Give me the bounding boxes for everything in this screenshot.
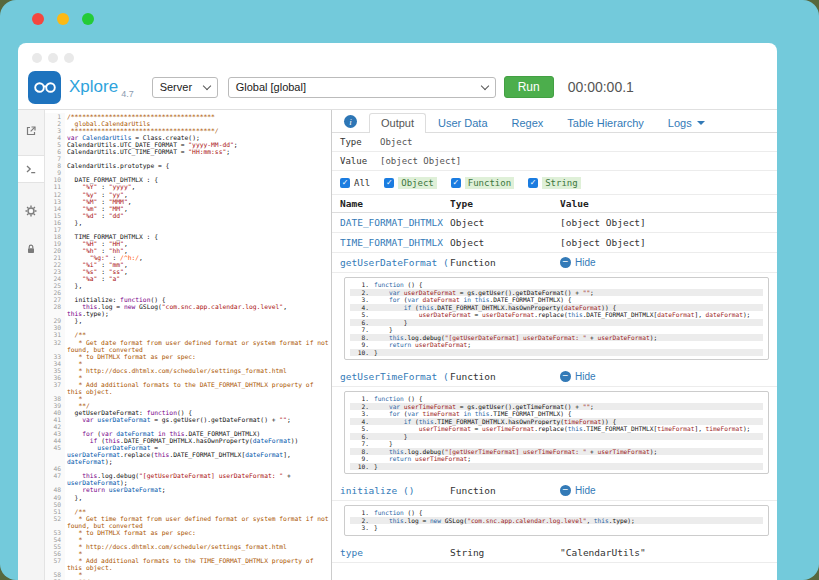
code-line-text: for (var dateFormat in this.DATE_FORMAT_…: [374, 296, 572, 304]
code-line-number: 3.: [350, 410, 374, 418]
hide-toggle[interactable]: −Hide: [560, 257, 769, 268]
editor-line: 35 * http://docs.dhtmlx.com/scheduler/se…: [45, 367, 331, 374]
row-name-link-text: getUserDateFormat (): [340, 257, 450, 268]
checkbox-checked-icon[interactable]: ✓: [528, 178, 538, 188]
row-name-link[interactable]: type: [340, 547, 450, 558]
editor-line-number: 8: [45, 162, 65, 169]
row-name-link[interactable]: initialize (): [340, 485, 450, 496]
close-traffic-light-icon[interactable]: [32, 13, 44, 25]
editor-line-code: *: [65, 360, 331, 367]
filter-all[interactable]: ✓All: [340, 178, 370, 188]
code-line: 3.}: [350, 524, 763, 532]
checkbox-checked-icon[interactable]: ✓: [340, 178, 350, 188]
editor-line: 55 * http://docs.dhtmlx.com/scheduler/se…: [45, 543, 331, 550]
tab-label: Table Hierarchy: [567, 117, 643, 129]
editor-line: 45 userDateFormat = userDateFormat.repla…: [45, 444, 331, 465]
info-icon[interactable]: i: [344, 115, 357, 128]
editor-line-code: initialize: function() {: [65, 296, 331, 303]
editor-line-number: 12: [45, 191, 65, 198]
editor-line-code: * Get date format from user defined form…: [65, 339, 331, 353]
editor-line: 5CalendarUtils.UTC_DATE_FORMAT = "yyyy-M…: [45, 141, 331, 148]
code-line-number: 4.: [350, 418, 374, 426]
editor-line: 33 * to DHTMLX format as per spec:: [45, 353, 331, 360]
open-in-new-window-icon[interactable]: [18, 118, 44, 144]
hide-label: Hide: [575, 257, 596, 268]
editor-line-code: *: [65, 536, 331, 543]
chevron-down-icon: [202, 81, 210, 89]
minus-circle-icon: −: [560, 371, 571, 382]
scope-select[interactable]: Global [global]: [228, 77, 496, 98]
row-type: Object: [450, 217, 560, 228]
editor-line-code: **/: [65, 402, 331, 409]
editor-line: 43 for (var dateFormat in this.DATE_FORM…: [45, 430, 331, 437]
editor-line-code: *: [65, 395, 331, 402]
filter-function[interactable]: ✓Function: [451, 177, 514, 189]
editor-line: 11 "%Y" : "yyyy",: [45, 183, 331, 190]
code-line: 2. var userTimeFormat = gs.getUser().get…: [350, 403, 763, 411]
app-title: Xplore: [69, 77, 118, 97]
code-line-text: this.log = new GSLog("com.snc.app.calend…: [374, 517, 635, 525]
row-name-link[interactable]: DATE_FORMAT_DHTMLX: [340, 217, 450, 228]
row-name-link[interactable]: getUserTimeFormat (): [340, 371, 450, 382]
server-select[interactable]: Server: [152, 77, 218, 98]
settings-gear-icon[interactable]: [18, 198, 44, 224]
editor-line: 50: [45, 501, 331, 508]
tab-logs[interactable]: Logs: [656, 113, 717, 133]
tab-regex[interactable]: Regex: [500, 113, 556, 133]
xplore-toolbar: Xplore 4.7 Server Global [global] Run 00…: [18, 69, 777, 110]
tab-user-data[interactable]: User Data: [426, 113, 500, 133]
code-line-text: userDateFormat = userDateFormat.replace(…: [374, 311, 750, 319]
row-name-link[interactable]: TIME_FORMAT_DHTMLX: [340, 237, 450, 248]
filter-object[interactable]: ✓Object: [384, 177, 437, 189]
editor-line-number: 45: [45, 444, 65, 465]
terminal-icon[interactable]: [18, 156, 44, 182]
hide-toggle[interactable]: −Hide: [560, 371, 769, 382]
editor-line: 28 this.log = new GSLog("com.snc.app.cal…: [45, 303, 331, 317]
editor-line-number: 40: [45, 409, 65, 416]
editor-line-number: 27: [45, 296, 65, 303]
editor-line-number: 7: [45, 155, 65, 162]
editor-line-code: DATE_FORMAT_DHTMLX : {: [65, 176, 331, 183]
editor-line-number: 6: [45, 148, 65, 155]
checkbox-checked-icon[interactable]: ✓: [384, 178, 394, 188]
editor-line-number: 37: [45, 381, 65, 395]
tab-label: Logs: [668, 117, 692, 129]
row-type: Object: [450, 237, 560, 248]
hide-toggle[interactable]: −Hide: [560, 485, 769, 496]
editor-line-number: 13: [45, 198, 65, 205]
meta-label: Type: [340, 137, 380, 147]
code-line-number: 8.: [350, 334, 374, 342]
tab-label: User Data: [438, 117, 488, 129]
editor-line-number: 24: [45, 275, 65, 282]
row-type: Function: [450, 257, 560, 268]
minimize-traffic-light-icon[interactable]: [57, 13, 69, 25]
script-editor[interactable]: 1/**************************************…: [45, 110, 332, 580]
browser-frame: Xplore 4.7 Server Global [global] Run 00…: [0, 0, 819, 580]
tab-table-hierarchy[interactable]: Table Hierarchy: [555, 113, 655, 133]
filter-string[interactable]: ✓String: [528, 177, 581, 189]
code-line-text: this.log.debug("[getUserDateFormat] user…: [374, 334, 657, 342]
editor-line-number: 28: [45, 303, 65, 317]
editor-line-number: 29: [45, 317, 65, 324]
code-line-text: }: [374, 433, 408, 441]
row-value: −Hide: [560, 257, 769, 268]
tab-output[interactable]: Output: [369, 113, 426, 133]
maximize-traffic-light-icon[interactable]: [82, 13, 94, 25]
row-name-link-text: DATE_FORMAT_DHTMLX: [340, 217, 443, 228]
run-button[interactable]: Run: [504, 76, 554, 98]
editor-line: 58 *: [45, 571, 331, 578]
editor-line-code: TIME_FORMAT_DHTMLX : {: [65, 233, 331, 240]
type-filters: ✓All✓Object✓Function✓String: [332, 171, 777, 195]
scope-select-value: Global [global]: [236, 81, 306, 93]
window-dot: [48, 53, 58, 63]
row-name-link[interactable]: getUserDateFormat (): [340, 257, 450, 268]
code-line: 3. for (var dateFormat in this.DATE_FORM…: [350, 296, 763, 304]
table-row: typeString"CalendarUtils": [332, 543, 777, 563]
checkbox-checked-icon[interactable]: ✓: [451, 178, 461, 188]
xplore-window: Xplore 4.7 Server Global [global] Run 00…: [18, 43, 777, 580]
table-row: getUserDateFormat ()Function−Hide: [332, 253, 777, 273]
editor-line-number: 58: [45, 571, 65, 578]
lock-icon[interactable]: [18, 236, 44, 262]
code-line-text: if (this.DATE_FORMAT_DHTMLX.hasOwnProper…: [374, 304, 616, 312]
editor-line: 12 "%y" : "yy",: [45, 191, 331, 198]
